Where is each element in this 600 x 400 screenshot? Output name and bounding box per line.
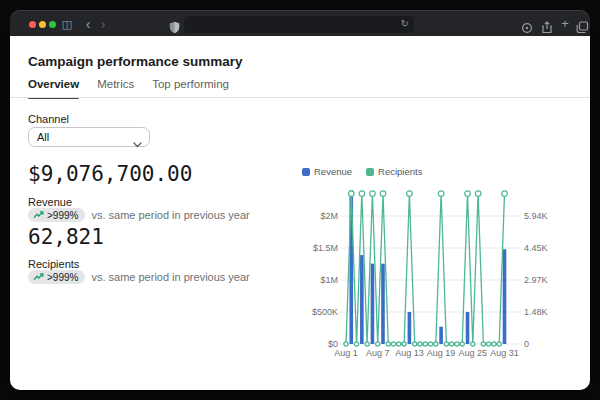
- right-axis-label: 2.97K: [524, 275, 548, 285]
- tab-bar: Overview Metrics Top performing: [28, 78, 229, 99]
- recipients-comparison: vs. same period in previous year: [91, 271, 249, 283]
- recipients-point[interactable]: [370, 191, 376, 197]
- recipients-point[interactable]: [365, 342, 369, 346]
- x-axis-label: Aug 25: [459, 348, 488, 358]
- left-axis-label: $2M: [320, 211, 338, 221]
- recipients-point[interactable]: [450, 342, 454, 346]
- page-title: Campaign performance summary: [28, 54, 243, 69]
- channel-label: Channel: [28, 113, 69, 125]
- x-axis-label: Aug 19: [427, 348, 456, 358]
- left-axis-label: $500K: [312, 307, 338, 317]
- recipients-point[interactable]: [423, 342, 427, 346]
- tabs-divider: [10, 97, 590, 98]
- close-button[interactable]: [29, 21, 36, 28]
- recipients-point[interactable]: [492, 342, 496, 346]
- recipients-point[interactable]: [460, 342, 464, 346]
- sidebar-icon[interactable]: ◫: [59, 11, 75, 37]
- left-axis-label: $1M: [320, 275, 338, 285]
- browser-window: ◫ ‹ › ↻ + Campaign performance summary O…: [10, 10, 590, 390]
- recipients-point[interactable]: [455, 342, 459, 346]
- revenue-label: Revenue: [28, 196, 72, 208]
- chart-legend: Revenue Recipients: [302, 166, 422, 177]
- revenue-bar[interactable]: [408, 312, 412, 344]
- tab-overview[interactable]: Overview: [28, 78, 79, 99]
- shield-icon[interactable]: [166, 17, 182, 31]
- refresh-icon[interactable]: ↻: [401, 16, 409, 33]
- recipients-point[interactable]: [471, 342, 475, 346]
- revenue-value: $9,076,700.00: [28, 162, 192, 186]
- right-axis-label: 4.45K: [524, 243, 548, 253]
- recipients-point[interactable]: [497, 342, 501, 346]
- right-axis-label: 0: [524, 339, 529, 349]
- trend-up-icon: [33, 272, 44, 283]
- dashboard-page: Campaign performance summary Overview Me…: [10, 36, 590, 390]
- recipients-point[interactable]: [487, 342, 491, 346]
- recipients-point[interactable]: [465, 191, 471, 197]
- x-axis-label: Aug 7: [366, 348, 390, 358]
- revenue-delta-badge: >999%: [28, 208, 85, 222]
- revenue-bar[interactable]: [371, 264, 375, 344]
- channel-select-wrap: All: [28, 127, 150, 147]
- browser-toolbar: ◫ ‹ › ↻ +: [10, 10, 590, 36]
- chart-svg: $00$500K1.48K$1M2.97K$1.5M4.45K$2M5.94KA…: [285, 183, 585, 373]
- x-axis-label: Aug 13: [395, 348, 424, 358]
- x-axis-label: Aug 1: [334, 348, 358, 358]
- recipients-point[interactable]: [348, 191, 354, 197]
- new-tab-icon[interactable]: +: [557, 11, 573, 37]
- recipients-point[interactable]: [391, 342, 395, 346]
- minimize-button[interactable]: [39, 21, 46, 28]
- revenue-bar[interactable]: [360, 255, 364, 344]
- extensions-icon[interactable]: [519, 17, 535, 31]
- recipients-point[interactable]: [386, 342, 390, 346]
- revenue-bar[interactable]: [503, 249, 507, 344]
- recipients-point[interactable]: [475, 191, 481, 197]
- zoom-button[interactable]: [49, 21, 56, 28]
- address-bar[interactable]: ↻: [184, 16, 414, 33]
- tabs-overview-icon[interactable]: [574, 17, 590, 31]
- recipients-point[interactable]: [407, 191, 413, 197]
- recipients-point[interactable]: [418, 342, 422, 346]
- forward-icon[interactable]: ›: [95, 11, 111, 37]
- recipients-point[interactable]: [380, 191, 386, 197]
- tab-metrics[interactable]: Metrics: [97, 78, 134, 99]
- recipients-point[interactable]: [413, 342, 417, 346]
- recipients-label: Recipients: [28, 258, 79, 270]
- recipients-point[interactable]: [438, 191, 444, 197]
- campaign-chart: $00$500K1.48K$1M2.97K$1.5M4.45K$2M5.94KA…: [285, 183, 585, 373]
- revenue-bar[interactable]: [381, 264, 385, 344]
- recipients-point[interactable]: [397, 342, 401, 346]
- x-axis-label: Aug 31: [490, 348, 519, 358]
- recipients-point[interactable]: [481, 342, 485, 346]
- legend-swatch-revenue: [302, 168, 310, 176]
- recipients-point[interactable]: [428, 342, 432, 346]
- back-icon[interactable]: ‹: [80, 11, 96, 37]
- recipients-point[interactable]: [354, 342, 358, 346]
- revenue-bar[interactable]: [466, 312, 470, 344]
- recipients-delta-badge: >999%: [28, 270, 85, 284]
- tab-top-performing[interactable]: Top performing: [152, 78, 229, 99]
- legend-item-revenue: Revenue: [302, 166, 352, 177]
- recipients-point[interactable]: [434, 342, 438, 346]
- share-icon[interactable]: [539, 17, 555, 31]
- recipients-point[interactable]: [402, 342, 406, 346]
- left-axis-label: $1.5M: [313, 243, 338, 253]
- recipients-value: 62,821: [28, 225, 104, 249]
- channel-select[interactable]: All: [28, 127, 150, 147]
- recipients-point[interactable]: [376, 342, 380, 346]
- right-axis-label: 5.94K: [524, 211, 548, 221]
- recipients-point[interactable]: [444, 342, 448, 346]
- revenue-comparison: vs. same period in previous year: [91, 209, 249, 221]
- recipients-point[interactable]: [502, 191, 508, 197]
- trend-up-icon: [33, 210, 44, 221]
- recipients-point[interactable]: [359, 191, 365, 197]
- recipients-point[interactable]: [344, 342, 348, 346]
- revenue-bar[interactable]: [439, 327, 443, 344]
- right-axis-label: 1.48K: [524, 307, 548, 317]
- legend-swatch-recipients: [366, 168, 374, 176]
- legend-item-recipients: Recipients: [366, 166, 422, 177]
